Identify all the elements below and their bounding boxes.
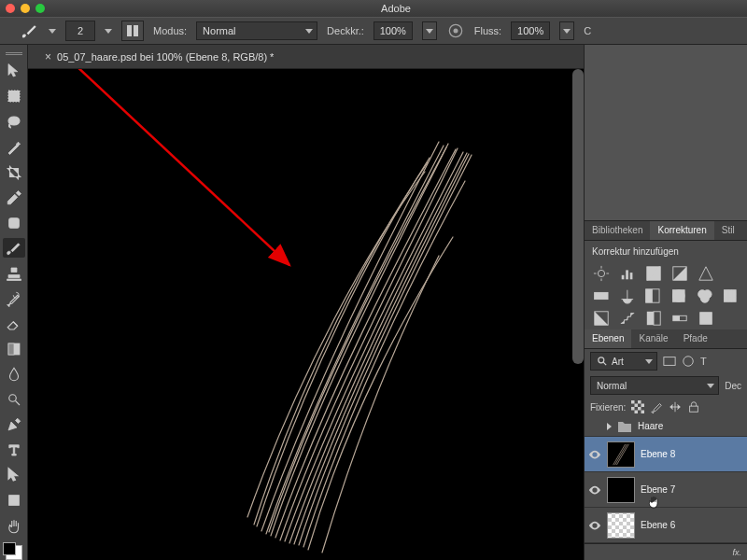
mode-label: Modus: bbox=[153, 25, 187, 36]
vibrance-icon[interactable] bbox=[697, 265, 715, 282]
opacity-input[interactable]: 100% bbox=[374, 21, 413, 40]
tab-ebenen[interactable]: Ebenen bbox=[585, 329, 631, 348]
healing-brush-tool[interactable] bbox=[3, 213, 25, 232]
adjustments-row-2 bbox=[585, 285, 747, 307]
svg-point-28 bbox=[700, 294, 709, 302]
magic-wand-tool[interactable] bbox=[3, 137, 25, 157]
layer-name: Ebene 7 bbox=[641, 484, 675, 495]
app-title: Adobe bbox=[50, 3, 741, 14]
svg-point-39 bbox=[599, 357, 604, 363]
toolbar-grip[interactable] bbox=[6, 52, 22, 56]
tool-preset-dropdown[interactable] bbox=[49, 29, 56, 34]
minimize-window-button[interactable] bbox=[21, 4, 30, 13]
opacity-label: Deckkr.: bbox=[327, 25, 364, 36]
marquee-tool[interactable] bbox=[3, 87, 25, 106]
close-tab-icon[interactable]: × bbox=[45, 50, 51, 63]
eyedropper-tool[interactable] bbox=[3, 188, 25, 207]
layer-ebene-6[interactable]: Ebene 6 bbox=[585, 508, 747, 543]
posterize-icon[interactable] bbox=[618, 310, 637, 327]
channel-mixer-icon[interactable] bbox=[696, 287, 714, 304]
invert-icon[interactable] bbox=[592, 310, 611, 327]
options-bar: 2 Modus: Normal Deckkr.: 100% Fluss: 100… bbox=[0, 17, 747, 45]
curves-icon[interactable] bbox=[644, 265, 663, 282]
hand-tool[interactable] bbox=[3, 516, 25, 536]
lasso-tool[interactable] bbox=[3, 112, 25, 132]
levels-icon[interactable] bbox=[618, 265, 637, 282]
svg-rect-29 bbox=[725, 290, 737, 302]
svg-rect-43 bbox=[631, 400, 644, 413]
path-selection-tool[interactable] bbox=[3, 466, 25, 485]
lut-icon[interactable] bbox=[721, 287, 740, 304]
lock-transparency-icon[interactable] bbox=[631, 400, 644, 413]
brush-panel-toggle[interactable] bbox=[121, 21, 144, 41]
brush-tool[interactable] bbox=[3, 238, 25, 258]
lock-all-icon[interactable] bbox=[687, 400, 700, 413]
visibility-toggle[interactable] bbox=[588, 483, 601, 497]
svg-point-5 bbox=[8, 117, 20, 125]
svg-rect-8 bbox=[8, 343, 14, 355]
brush-preset-dropdown[interactable] bbox=[105, 29, 112, 34]
svg-point-42 bbox=[684, 357, 694, 367]
blend-mode-select[interactable]: Normal bbox=[196, 21, 317, 40]
color-balance-icon[interactable] bbox=[618, 287, 637, 304]
svg-rect-46 bbox=[690, 406, 698, 412]
flow-dropdown[interactable] bbox=[559, 21, 574, 40]
vertical-scrollbar[interactable] bbox=[572, 69, 584, 364]
lock-pixels-icon[interactable] bbox=[650, 400, 663, 413]
gradient-tool[interactable] bbox=[3, 340, 25, 359]
layer-name: Haare bbox=[638, 421, 663, 431]
lock-position-icon[interactable] bbox=[669, 400, 682, 413]
tab-bibliotheken[interactable]: Bibliotheken bbox=[585, 221, 650, 240]
zoom-window-button[interactable] bbox=[35, 4, 45, 13]
canvas-content bbox=[28, 69, 584, 560]
document-tab[interactable]: × 05_07_haare.psd bei 100% (Ebene 8, RGB… bbox=[35, 47, 283, 67]
tab-stil[interactable]: Stil bbox=[714, 221, 742, 240]
visibility-toggle[interactable] bbox=[588, 420, 601, 433]
filter-adjust-icon[interactable] bbox=[682, 355, 695, 368]
layer-filter-select[interactable]: Art bbox=[590, 352, 657, 371]
adjustments-row-1 bbox=[585, 262, 747, 285]
tab-korrekturen[interactable]: Korrekturen bbox=[650, 221, 713, 240]
brush-panel-icon bbox=[125, 23, 140, 38]
eraser-tool[interactable] bbox=[3, 315, 25, 334]
gradient-map-icon[interactable] bbox=[670, 310, 689, 327]
canvas[interactable] bbox=[28, 69, 584, 560]
opacity-dropdown[interactable] bbox=[422, 21, 437, 40]
svg-line-40 bbox=[603, 362, 606, 365]
filter-type-icon[interactable]: T bbox=[700, 356, 707, 367]
color-swatches[interactable] bbox=[6, 545, 22, 560]
pressure-opacity-icon[interactable] bbox=[446, 21, 465, 40]
close-window-button[interactable] bbox=[6, 4, 15, 13]
bw-icon[interactable] bbox=[643, 287, 662, 304]
tab-pfade[interactable]: Pfade bbox=[676, 329, 715, 348]
threshold-icon[interactable] bbox=[644, 310, 663, 327]
photo-filter-icon[interactable] bbox=[669, 287, 688, 304]
stamp-tool[interactable] bbox=[3, 263, 25, 283]
visibility-toggle[interactable] bbox=[588, 519, 601, 532]
layer-blend-mode-select[interactable]: Normal bbox=[590, 376, 719, 395]
dodge-tool[interactable] bbox=[3, 390, 25, 410]
shape-tool[interactable] bbox=[3, 491, 25, 511]
disclosure-icon[interactable] bbox=[607, 423, 612, 430]
brush-size-input[interactable]: 2 bbox=[65, 21, 95, 41]
layer-group-haare[interactable]: Haare bbox=[585, 416, 747, 437]
exposure-icon[interactable] bbox=[670, 265, 689, 282]
hue-icon[interactable] bbox=[592, 287, 611, 304]
selective-color-icon[interactable] bbox=[697, 310, 715, 327]
layers-panel-tabs: Ebenen Kanäle Pfade bbox=[585, 329, 747, 349]
type-tool[interactable] bbox=[3, 441, 25, 460]
visibility-toggle[interactable] bbox=[588, 448, 601, 461]
crop-tool[interactable] bbox=[3, 162, 25, 182]
fx-icon[interactable]: fx. bbox=[732, 548, 741, 557]
brightness-icon[interactable] bbox=[592, 265, 611, 282]
filter-image-icon[interactable] bbox=[663, 355, 676, 368]
pen-tool[interactable] bbox=[3, 415, 25, 435]
flow-input[interactable]: 100% bbox=[511, 21, 550, 40]
history-brush-tool[interactable] bbox=[3, 288, 25, 308]
svg-rect-19 bbox=[630, 273, 633, 279]
move-tool[interactable] bbox=[3, 62, 25, 81]
layer-ebene-7[interactable]: Ebene 7 bbox=[585, 472, 747, 508]
tab-kanaele[interactable]: Kanäle bbox=[631, 329, 675, 348]
blur-tool[interactable] bbox=[3, 365, 25, 385]
layer-ebene-8[interactable]: Ebene 8 bbox=[585, 437, 747, 472]
